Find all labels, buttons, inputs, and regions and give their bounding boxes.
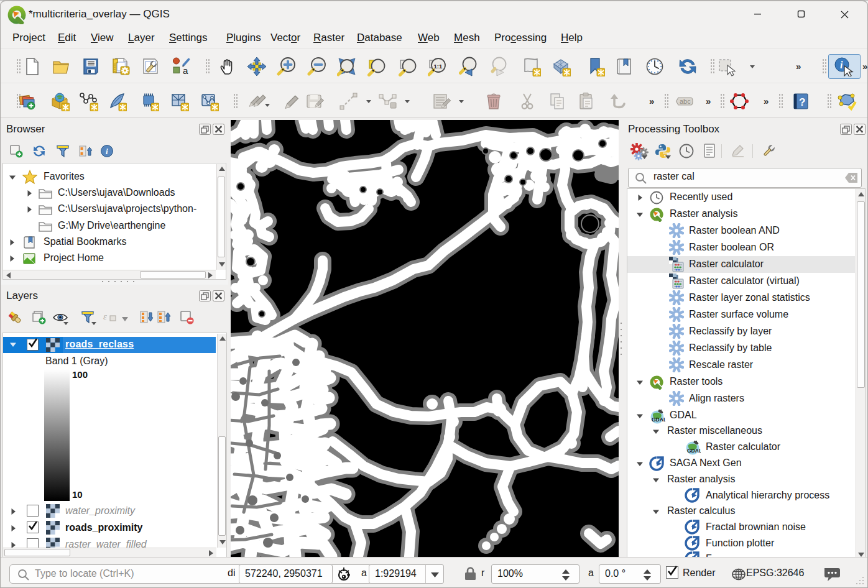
svg-text:GDAL: GDAL (687, 448, 701, 454)
svg-text:a: a (183, 65, 188, 76)
svg-text:i: i (106, 147, 108, 156)
svg-text:?: ? (799, 96, 805, 108)
svg-text:GDAL: GDAL (652, 416, 665, 423)
svg-text:abc: abc (680, 98, 691, 105)
svg-text:ε: ε (103, 311, 107, 321)
svg-text:i: i (840, 60, 843, 70)
svg-text:1:1: 1:1 (434, 63, 443, 70)
